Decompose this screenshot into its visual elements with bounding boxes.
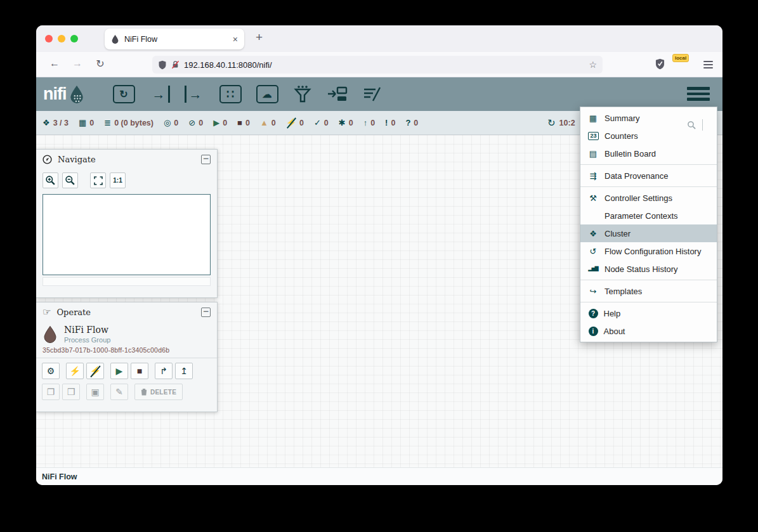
output-port-icon[interactable]: → [185, 86, 205, 103]
locally-modified-icon: ✱ [339, 119, 346, 127]
group-icon: ▣ [91, 387, 99, 397]
insecure-lock-icon[interactable] [171, 60, 180, 69]
birdseye-minimap[interactable] [42, 194, 211, 275]
label-icon[interactable] [363, 86, 382, 103]
fill-color-button[interactable]: ✎ [110, 384, 128, 400]
url-bar[interactable]: 192.168.40.11:8080/nifi/ ☆ [152, 56, 603, 74]
trash-icon [141, 388, 147, 396]
paste-icon: ❒ [67, 387, 75, 397]
selected-component-type: Process Group [64, 336, 110, 344]
processor-icon[interactable]: ↻ [113, 85, 135, 103]
disable-button[interactable]: ⚡ [86, 363, 104, 379]
sync-failure-count: 0 [414, 119, 418, 127]
zoom-fit-button[interactable] [90, 172, 106, 188]
shield-check-icon[interactable] [655, 58, 665, 72]
paste-button[interactable]: ❒ [62, 384, 80, 400]
menu-item-label: Node Status History [604, 264, 678, 274]
operate-collapse-button[interactable]: − [201, 308, 211, 317]
menu-item-data-provenance[interactable]: ⇶Data Provenance [580, 167, 717, 185]
refresh-status: ↻ 10:2 [547, 111, 575, 134]
breadcrumb[interactable]: NiFi Flow [42, 472, 77, 481]
navigate-toolbar: 1:1 [36, 169, 217, 190]
templates-icon: ↪ [587, 287, 599, 295]
search-icon[interactable] [687, 120, 696, 130]
nifi-favicon [111, 34, 119, 44]
threads-icon: ▦ [79, 119, 86, 127]
summary-table-icon: ▦ [587, 114, 599, 122]
menu-item-parameter-contexts[interactable]: Parameter Contexts [580, 207, 717, 224]
navigate-compass-icon [42, 155, 52, 164]
bookmark-star-icon[interactable]: ☆ [589, 60, 597, 70]
menu-separator [580, 186, 717, 187]
menu-item-templates[interactable]: ↪Templates [580, 282, 717, 300]
zoom-in-button[interactable] [42, 172, 58, 188]
menu-item-controller-settings[interactable]: ⚒Controller Settings [580, 189, 717, 207]
template-icon[interactable] [327, 86, 348, 103]
new-tab-button[interactable]: + [256, 30, 263, 44]
start-button[interactable]: ▶ [110, 363, 128, 379]
queued-status: ≣0 (0 bytes) [104, 119, 154, 127]
invalid-icon: ▲ [260, 119, 268, 127]
zoom-out-button[interactable] [62, 172, 78, 188]
invalid-status: ▲0 [260, 119, 276, 127]
zoom-actual-button[interactable]: 1:1 [110, 172, 126, 188]
menu-item-label: Counters [604, 131, 638, 141]
copy-button[interactable]: ❐ [42, 384, 60, 400]
stopped-status: ■0 [237, 119, 250, 127]
upload-template-button[interactable]: ↥ [175, 363, 193, 379]
forward-button[interactable]: → [68, 58, 87, 69]
reload-button[interactable]: ↻ [91, 58, 110, 70]
delete-button[interactable]: DELETE [134, 384, 183, 400]
refresh-icon[interactable]: ↻ [547, 118, 556, 127]
component-toolbar: ↻ → → ∷ ☁ [113, 85, 382, 103]
minimize-window-button[interactable] [58, 35, 65, 42]
not-transmitting-count: 0 [199, 119, 203, 127]
selected-component: NiFi Flow Process Group [36, 321, 217, 344]
create-template-button[interactable]: ↱ [155, 363, 173, 379]
close-window-button[interactable] [45, 35, 53, 42]
menu-item-help[interactable]: ?Help [580, 304, 717, 322]
stop-button[interactable]: ■ [131, 363, 148, 379]
cluster-icon: ❖ [42, 119, 50, 127]
remote-process-group-icon[interactable]: ☁ [256, 85, 278, 103]
running-status: ▶0 [213, 119, 227, 127]
locally-modified-status: ✱0 [339, 119, 353, 127]
menu-item-node-status-history[interactable]: ▂▅▇Node Status History [580, 260, 717, 278]
about-info-icon: i [589, 327, 598, 336]
global-menu-dropdown: ▦Summary 23Counters ▤Bulletin Board ⇶Dat… [580, 107, 717, 342]
group-button[interactable]: ▣ [86, 384, 104, 400]
configuration-button[interactable]: ⚙ [42, 363, 60, 379]
upload-template-icon: ↥ [180, 366, 188, 376]
maximize-window-button[interactable] [70, 35, 78, 42]
funnel-icon[interactable] [293, 85, 312, 103]
sync-failure-icon: ? [405, 119, 410, 127]
browser-navbar: ← → ↻ 192.168.40.11:8080/nifi/ ☆ local [36, 52, 722, 77]
menu-item-flow-configuration-history[interactable]: ↺Flow Configuration History [580, 242, 717, 260]
menu-item-cluster[interactable]: ❖Cluster [580, 224, 717, 242]
navigate-collapse-button[interactable]: − [201, 155, 211, 164]
process-group-icon[interactable]: ∷ [219, 85, 242, 103]
firefox-menu-button[interactable] [703, 59, 713, 70]
locally-modified-and-stale-status: !0 [385, 119, 395, 127]
menu-item-bulletin-board[interactable]: ▤Bulletin Board [580, 145, 717, 162]
global-menu-button[interactable] [687, 87, 710, 103]
menu-item-label: Help [604, 309, 621, 318]
enable-button[interactable]: ⚡ [66, 363, 84, 379]
transmitting-status: ◎0 [164, 119, 178, 127]
back-button[interactable]: ← [45, 58, 64, 69]
selected-component-id[interactable]: 35cbd3b7-017b-1000-8bff-1c3405c00d6b [36, 344, 217, 358]
canvas-search [687, 119, 703, 131]
bulletin-board-icon: ▤ [587, 150, 599, 158]
menu-item-about[interactable]: iAbout [580, 322, 717, 340]
tracking-protection-shield-icon[interactable] [158, 60, 167, 70]
input-port-icon[interactable]: → [150, 86, 170, 103]
tab-close-icon[interactable]: × [233, 34, 238, 44]
menu-item-label: Parameter Contexts [604, 211, 678, 221]
stale-icon: ↑ [363, 119, 368, 127]
browser-tab[interactable]: NiFi Flow × [105, 29, 244, 49]
queued-icon: ≣ [104, 119, 111, 127]
menu-item-label: Bulletin Board [604, 149, 656, 159]
not-transmitting-status: ⊘0 [188, 119, 203, 127]
up-to-date-status: ✓0 [314, 119, 329, 127]
lightning-slash-icon: ⚡ [89, 366, 100, 376]
